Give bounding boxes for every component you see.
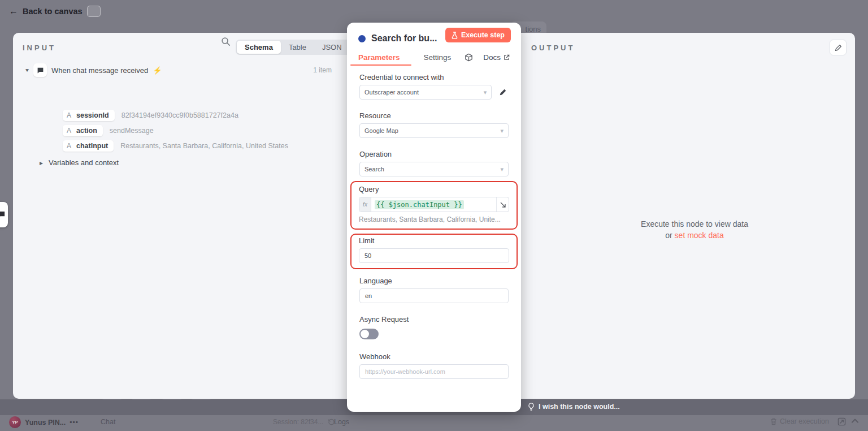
resource-select[interactable]: Google Map ▾ <box>359 123 509 138</box>
credential-select[interactable]: Outscraper account ▾ <box>359 85 492 100</box>
field-pill-action[interactable]: A action <box>63 125 103 136</box>
modal-tabs: Parameters Settings Docs <box>347 49 521 66</box>
flask-icon <box>452 32 458 39</box>
shortcut-key-badge <box>87 6 101 17</box>
pencil-icon <box>499 88 507 96</box>
search-icon <box>221 37 231 46</box>
package-icon[interactable] <box>465 53 473 62</box>
output-panel-title: OUTPUT <box>531 44 575 52</box>
or-text: or <box>665 231 674 240</box>
string-type-icon: A <box>67 111 71 119</box>
field-pill-sessionid[interactable]: A sessionId <box>63 110 115 121</box>
webhook-input[interactable] <box>359 364 509 379</box>
back-to-canvas-button[interactable]: ← Back to canvas <box>9 6 101 17</box>
execute-step-label: Execute step <box>461 31 505 39</box>
avatar: YP <box>9 416 21 428</box>
user-menu[interactable]: YP Yunus PIN... ••• <box>9 416 79 428</box>
user-menu-dots-icon[interactable]: ••• <box>70 419 79 426</box>
expand-icon <box>500 202 506 208</box>
resource-value: Google Map <box>364 127 398 134</box>
chevron-right-icon: ▸ <box>40 159 43 167</box>
operation-value: Search <box>364 166 384 173</box>
resource-group: Resource Google Map ▾ <box>359 111 509 138</box>
chat-trigger-node-icon <box>33 63 47 77</box>
chevron-down-icon: ▾ <box>484 89 487 96</box>
language-label: Language <box>359 277 509 285</box>
field-name: sessionId <box>76 111 109 119</box>
modal-header: Search for bu... Execute step <box>347 23 521 48</box>
docs-label: Docs <box>483 53 501 62</box>
field-value: 82f34194ef9340cc9f0b5881727f2a4a <box>121 111 238 119</box>
output-empty-line1: Execute this node to view data <box>534 218 855 230</box>
trigger-bolt-icon: ⚡ <box>153 66 162 75</box>
item-count: 1 item <box>313 66 332 74</box>
schema-source-node-row[interactable]: ▾ When chat message received ⚡ <box>25 63 162 77</box>
search-button[interactable] <box>218 34 233 49</box>
query-expression-value[interactable]: {{ $json.chatInput }} <box>375 200 464 209</box>
chevron-down-icon: ▾ <box>500 127 504 135</box>
resource-label: Resource <box>359 111 509 120</box>
chevron-down-icon[interactable]: ▾ <box>25 67 29 73</box>
query-preview: Restaurants, Santa Barbara, California, … <box>359 215 509 223</box>
chevron-up-icon <box>851 418 859 424</box>
clear-execution-label: Clear execution <box>780 417 829 425</box>
async-request-toggle[interactable] <box>359 329 379 339</box>
chat-panel-label[interactable]: Chat <box>101 418 115 426</box>
popout-panel-button[interactable] <box>837 417 846 426</box>
node-settings-modal: Search for bu... Execute step Parameters… <box>347 23 521 412</box>
node-title[interactable]: Search for bu... <box>371 33 437 44</box>
tab-json[interactable]: JSON <box>314 41 350 54</box>
async-request-label: Async Request <box>359 315 509 324</box>
output-empty-line2: or set mock data <box>534 230 855 241</box>
external-link-icon <box>504 54 510 61</box>
node-feedback-button[interactable]: I wish this node would... <box>528 403 620 411</box>
query-label: Query <box>359 185 509 193</box>
fx-icon: fx <box>359 197 371 212</box>
session-id: Session: 82f34... <box>273 418 323 426</box>
async-request-group: Async Request <box>359 315 509 339</box>
trash-icon <box>770 418 777 425</box>
set-mock-data-link[interactable]: set mock data <box>675 231 724 240</box>
pencil-icon <box>835 44 842 51</box>
tab-settings[interactable]: Settings <box>424 53 452 62</box>
edit-credential-button[interactable] <box>497 87 509 98</box>
query-expression-field[interactable]: fx {{ $json.chatInput }} <box>359 197 509 212</box>
chat-toggle-tab[interactable] <box>0 202 8 227</box>
schema-field-row[interactable]: A action sendMessage <box>63 125 154 136</box>
bottom-bar: YP Yunus PIN... ••• Chat Session: 82f34.… <box>0 415 868 431</box>
operation-select[interactable]: Search ▾ <box>359 162 509 176</box>
annotation-box-query: Query fx {{ $json.chatInput }} Restauran… <box>350 181 518 230</box>
annotation-box-limit: Limit <box>350 234 518 269</box>
chat-bubble-icon <box>0 210 6 219</box>
field-name: chatInput <box>76 142 108 150</box>
collapse-panel-button[interactable] <box>851 418 859 424</box>
variables-and-context-toggle[interactable]: ▸ Variables and context <box>40 158 119 167</box>
tab-schema[interactable]: Schema <box>237 41 281 54</box>
edit-output-button[interactable] <box>830 40 847 55</box>
webhook-group: Webhook <box>359 352 509 379</box>
back-arrow-icon: ← <box>9 6 18 16</box>
credential-group: Credential to connect with Outscraper ac… <box>359 73 509 100</box>
schema-field-row[interactable]: A chatInput Restaurants, Santa Barbara, … <box>63 140 288 152</box>
input-view-switcher: Schema Table JSON <box>236 40 351 55</box>
tab-parameters[interactable]: Parameters <box>358 53 400 62</box>
execute-step-button[interactable]: Execute step <box>445 28 511 42</box>
clear-execution-button[interactable]: Clear execution <box>770 417 829 425</box>
schema-field-row[interactable]: A sessionId 82f34194ef9340cc9f0b5881727f… <box>63 110 238 121</box>
back-label: Back to canvas <box>23 7 83 16</box>
limit-label: Limit <box>359 236 509 245</box>
lightbulb-icon <box>528 403 535 411</box>
field-pill-chatinput[interactable]: A chatInput <box>63 140 114 152</box>
variables-label: Variables and context <box>49 158 119 167</box>
expand-expression-button[interactable] <box>496 197 509 212</box>
input-panel-title: INPUT <box>23 44 56 52</box>
chevron-down-icon: ▾ <box>500 166 504 173</box>
logs-panel-label[interactable]: Logs <box>334 418 349 426</box>
parameters-form: Credential to connect with Outscraper ac… <box>347 66 521 412</box>
wish-label: I wish this node would... <box>539 403 620 411</box>
tab-table[interactable]: Table <box>281 41 314 54</box>
docs-link[interactable]: Docs <box>483 53 510 62</box>
limit-input[interactable] <box>359 248 509 263</box>
credential-label: Credential to connect with <box>359 73 509 81</box>
language-input[interactable] <box>359 288 509 303</box>
